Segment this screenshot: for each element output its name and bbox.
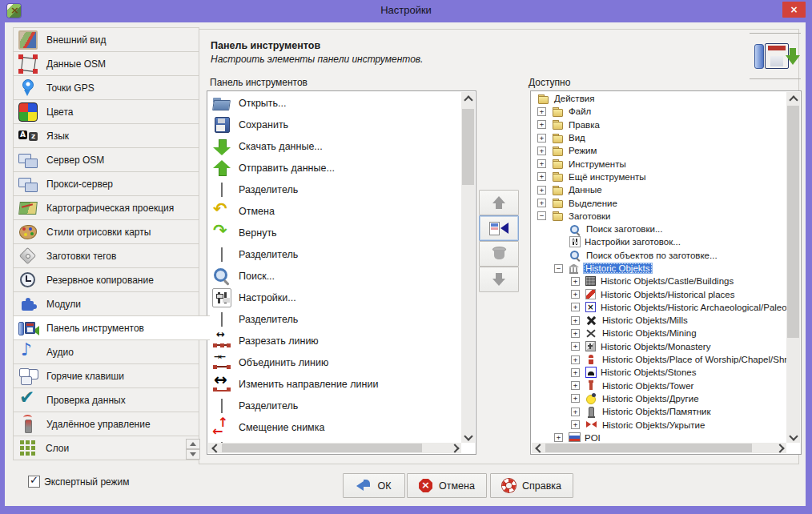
tree-node[interactable]: −Historic Objekts [532,262,786,275]
tree-node[interactable]: +Historic Objekts/Tower [532,379,786,392]
tree-node[interactable]: +Выделение [532,196,786,209]
scrollbar-thumb[interactable] [222,444,422,452]
tree-toggle[interactable]: + [571,290,580,299]
toolbar-item-redo[interactable]: Вернуть [208,222,461,243]
tree-node[interactable]: +Historic Objekts/Mills [532,314,786,327]
tree-node[interactable]: Действия [532,92,786,105]
toolbar-item-imagery-offset[interactable]: Смещение снимка [208,416,461,438]
tree-toggle[interactable]: + [571,408,580,416]
tree-node[interactable]: Поиск объектов по заготовке... [532,249,786,262]
tree-node[interactable]: Настройки заготовок... [532,235,786,248]
tree-vertical-scrollbar[interactable] [786,92,800,443]
sidebar-item-toolbar[interactable]: Панель инструментов [13,315,210,340]
scroll-right-button[interactable] [449,443,461,453]
toolbar-vertical-scrollbar[interactable] [461,92,475,443]
tree-toggle[interactable]: + [554,433,563,442]
toolbar-item-undo[interactable]: Отмена [208,200,461,222]
toolbar-item-separator-4[interactable]: Разделитель [208,395,461,416]
toolbar-item-download[interactable]: Скачать данные... [208,135,461,157]
toolbar-horizontal-scrollbar[interactable] [208,443,461,453]
tree-node[interactable]: +POI [532,432,786,443]
scroll-down-button[interactable] [461,431,475,443]
sidebar-item-shortcuts[interactable]: Горячие клавиши [13,363,199,388]
scroll-up-button[interactable] [461,92,475,104]
toolbar-item-combine-way[interactable]: Объединить линию [208,351,461,373]
toolbar-item-open[interactable]: Открыть... [208,92,461,114]
scroll-left-button[interactable] [532,443,544,453]
tree-node[interactable]: +Historic Objekts/Mining [532,327,786,339]
tree-node[interactable]: +Historic Objekts/Historic Archaeologica… [532,301,786,314]
scroll-left-button[interactable] [208,443,220,453]
toolbar-item-split-way[interactable]: Разрезать линию [208,330,461,351]
tree-node[interactable]: +Данные [532,183,786,196]
tree-toggle[interactable]: + [571,381,580,390]
help-button[interactable]: Справка [490,473,573,498]
move-down-button[interactable] [479,267,519,292]
tree-node[interactable]: +Historic Objekts/Place of Worship/Chape… [532,353,786,366]
tree-toggle[interactable]: + [571,394,580,403]
sidebar-item-proxy[interactable]: Прокси-сервер [13,171,199,196]
tabs-scroll-down-button[interactable] [186,449,200,460]
tree-node[interactable]: −Заготовки [532,210,786,223]
sidebar-item-gps-points[interactable]: Точки GPS [13,75,199,100]
sidebar-item-map-styles[interactable]: Стили отрисовки карты [13,219,199,244]
sidebar-item-validator[interactable]: Проверка данных [13,388,199,412]
ok-button[interactable]: ОК [343,473,405,498]
tree-node[interactable]: +Правка [532,118,786,131]
tree-toggle[interactable]: + [571,303,580,311]
cancel-button[interactable]: Отмена [407,473,487,498]
scrollbar-thumb[interactable] [545,444,752,452]
tree-toggle[interactable]: + [537,199,546,207]
tree-toggle[interactable]: + [571,355,580,364]
sidebar-item-backup[interactable]: Резервное копирование [13,267,199,292]
tree-node[interactable]: +Historic Objekts/Памятник [532,405,786,418]
tree-node[interactable]: +Режим [532,144,786,157]
tree-toggle[interactable]: − [537,211,546,220]
tree-toggle[interactable]: + [537,120,546,129]
tree-horizontal-scrollbar[interactable] [532,443,786,453]
move-up-button[interactable] [479,190,519,215]
sidebar-item-layers[interactable]: Слои [13,436,199,460]
tree-toggle[interactable]: + [537,186,546,195]
tree-node[interactable]: +Historic Objekts/Укрытие [532,418,786,431]
tree-node[interactable]: Поиск заготовки... [532,223,786,235]
tree-toggle[interactable]: + [537,159,546,168]
tabs-scroll-up-button[interactable] [186,439,200,449]
sidebar-item-plugins[interactable]: Модули [13,291,199,316]
tree-toggle[interactable]: + [571,368,580,377]
tree-node[interactable]: +Historic Objekts/Monastery [532,340,786,353]
scrollbar-thumb[interactable] [787,106,799,338]
toolbar-item-separator-1[interactable]: Разделитель [208,179,461,200]
tree-toggle[interactable]: + [571,277,580,286]
tree-toggle[interactable]: + [537,147,546,155]
tree-node[interactable]: +Вид [532,131,786,144]
toolbar-item-search[interactable]: Поиск... [208,265,461,287]
tree-node[interactable]: +Historic Objekts/Historical places [532,287,786,300]
remove-button[interactable] [479,241,519,267]
sidebar-item-audio[interactable]: Аудио [13,339,199,364]
toolbar-item-reverse-way[interactable]: Изменить направление линии [208,373,461,395]
tree-node[interactable]: +Файл [532,105,786,118]
sidebar-item-projection[interactable]: Картографическая проекция [13,195,199,220]
sidebar-item-appearance[interactable]: Внешний вид [13,27,199,52]
tree-toggle[interactable]: + [571,316,580,325]
tree-node[interactable]: +Historic Objekts/Stones [532,366,786,379]
tree-toggle[interactable]: + [537,134,546,143]
sidebar-item-osm-data[interactable]: Данные OSM [13,51,199,76]
tree-toggle[interactable]: + [537,172,546,181]
tree-node[interactable]: +Ещё инструменты [532,171,786,183]
sidebar-item-remote-control[interactable]: Удалённое управление [13,412,199,436]
tree-toggle[interactable]: + [571,329,580,338]
expert-mode-checkbox[interactable] [28,476,40,488]
toolbar-item-upload[interactable]: Отправить данные... [208,157,461,179]
scroll-down-button[interactable] [786,431,800,443]
toolbar-item-separator-2[interactable]: Разделитель [208,243,461,265]
toolbar-item-preferences[interactable]: Настройки... [208,287,461,308]
tree-node[interactable]: +Historic Objekts/Другие [532,392,786,405]
tree-toggle[interactable]: + [571,420,580,429]
sidebar-item-osm-server[interactable]: Сервер OSM [13,147,199,172]
toolbar-item-save[interactable]: Сохранить [208,114,461,135]
tree-toggle[interactable]: − [554,264,563,273]
sidebar-item-tag-presets[interactable]: Заготовки тегов [13,243,199,268]
scroll-up-button[interactable] [786,92,800,104]
